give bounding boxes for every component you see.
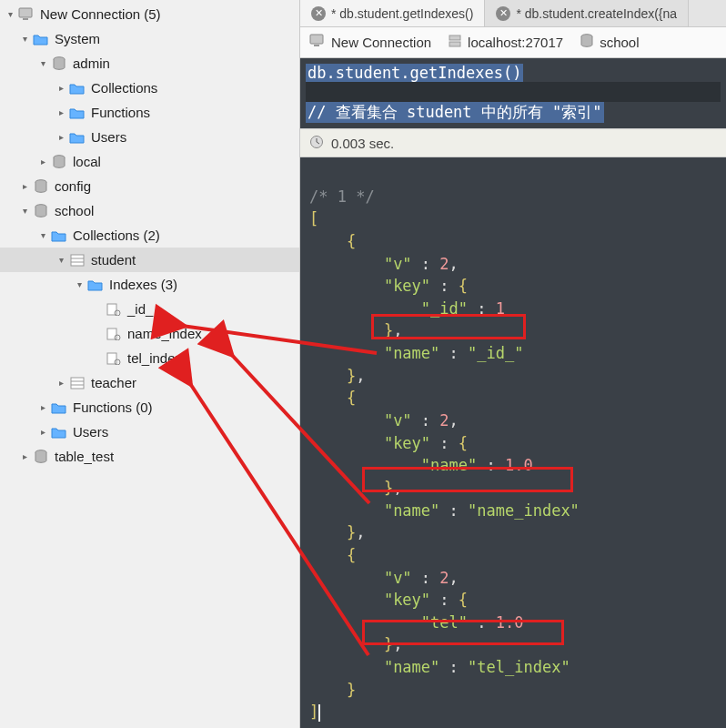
tree-school-users[interactable]: ▸ Users (0, 420, 299, 444)
tree-index-name[interactable]: name_index (0, 321, 299, 346)
result-panel[interactable]: /* 1 */ [ { "v" : 2, "key" : { "_id" : 1… (300, 157, 726, 728)
tree-teacher[interactable]: ▸ teacher (0, 370, 299, 395)
crumb-label: localhost:27017 (468, 35, 563, 50)
database-icon (33, 178, 49, 195)
crumb-label: New Connection (331, 35, 431, 50)
tree-index-tel[interactable]: tel_index (0, 346, 299, 370)
tab-getindexes[interactable]: ✕ * db.student.getIndexes() (300, 0, 485, 26)
svg-rect-21 (449, 35, 460, 40)
folder-icon (51, 228, 67, 244)
monitor-icon (18, 6, 35, 23)
close-icon[interactable]: ✕ (311, 6, 326, 21)
tree-admin-collections[interactable]: ▸ Collections (0, 76, 299, 100)
chevron-down-icon: ▾ (36, 229, 49, 242)
highlight-box (371, 314, 526, 339)
chevron-right-icon: ▸ (55, 82, 67, 95)
chevron-right-icon: ▸ (18, 180, 31, 193)
index-icon (106, 301, 122, 318)
folder-icon (51, 399, 67, 416)
tree-label: name_index (127, 326, 202, 341)
tree-admin-functions[interactable]: ▸ Functions (0, 100, 299, 125)
tree-school[interactable]: ▾ school (0, 198, 299, 223)
close-icon[interactable]: ✕ (496, 6, 510, 21)
tree-label: school (55, 203, 94, 218)
chevron-right-icon: ▸ (36, 401, 49, 414)
tree-school-functions[interactable]: ▸ Functions (0) (0, 395, 299, 420)
database-icon (33, 203, 49, 219)
folder-icon (69, 105, 86, 121)
database-icon (51, 154, 67, 170)
timing-bar: 0.003 sec. (300, 128, 726, 157)
svg-rect-6 (71, 255, 84, 266)
tree-label: config (55, 178, 91, 194)
tree-local[interactable]: ▸ local (0, 149, 299, 174)
folder-icon (33, 31, 49, 47)
tree-label: Users (91, 129, 126, 145)
code-line: // 查看集合 student 中的所有 "索引" (306, 102, 604, 123)
tree-config[interactable]: ▸ config (0, 174, 299, 198)
tree-admin[interactable]: ▾ admin (0, 51, 299, 76)
chevron-right-icon: ▸ (55, 106, 67, 119)
result-bracket: [ (309, 209, 318, 228)
tabs: ✕ * db.student.getIndexes() ✕ * db.stude… (300, 0, 726, 27)
sidebar: ▾ New Connection (5) ▾ System ▾ admin ▸ (0, 0, 300, 728)
crumb-label: school (600, 35, 639, 50)
timing-text: 0.003 sec. (331, 136, 394, 151)
crumb-host[interactable]: localhost:27017 (448, 34, 563, 51)
breadcrumb: New Connection localhost:27017 school (300, 27, 726, 58)
tab-createindex[interactable]: ✕ * db.student.createIndex({na (485, 0, 689, 26)
folder-icon (69, 129, 86, 146)
chevron-right-icon: ▸ (55, 377, 67, 389)
index-icon (106, 326, 122, 342)
crumb-db[interactable]: school (580, 34, 639, 51)
tree-label: table_test (55, 449, 114, 464)
chevron-down-icon: ▾ (4, 8, 16, 21)
svg-rect-19 (310, 35, 323, 44)
chevron-down-icon: ▾ (18, 33, 31, 46)
result-bracket: ] (309, 703, 318, 721)
tree-label: Functions (91, 105, 150, 120)
svg-rect-1 (23, 18, 28, 20)
database-icon (51, 56, 67, 72)
svg-rect-22 (449, 42, 460, 46)
tree-label: Collections (2) (73, 228, 160, 243)
table-icon (69, 252, 86, 268)
tree-label: tel_index (127, 350, 182, 366)
tree-admin-users[interactable]: ▸ Users (0, 125, 299, 149)
tree-label: _id_ (127, 301, 153, 317)
chevron-right-icon: ▸ (36, 426, 49, 439)
tree-student[interactable]: ▾ student (0, 248, 299, 272)
chevron-down-icon: ▾ (55, 254, 67, 267)
tree-school-collections[interactable]: ▾ Collections (2) (0, 223, 299, 248)
tree-tabletest[interactable]: ▸ table_test (0, 444, 299, 469)
table-icon (69, 375, 86, 391)
tree-label: New Connection (5) (40, 6, 161, 22)
tree-system[interactable]: ▾ System (0, 26, 299, 51)
folder-icon (51, 424, 67, 440)
server-icon (448, 34, 462, 51)
chevron-down-icon: ▾ (18, 205, 31, 217)
tree-label: Collections (91, 80, 157, 96)
chevron-right-icon: ▸ (18, 450, 31, 463)
monitor-icon (309, 34, 326, 51)
tree-label: teacher (91, 375, 136, 390)
crumb-connection[interactable]: New Connection (309, 34, 431, 51)
index-icon (106, 350, 122, 367)
code-line: db.student.getIndexes() (306, 64, 523, 82)
tree-label: Users (73, 424, 108, 440)
svg-rect-20 (314, 45, 319, 46)
tree-index-id[interactable]: _id_ (0, 297, 299, 321)
svg-rect-15 (71, 378, 84, 389)
tree-indexes[interactable]: ▾ Indexes (3) (0, 272, 299, 297)
tab-label: * db.student.createIndex({na (516, 6, 677, 21)
query-editor[interactable]: db.student.getIndexes() // 查看集合 student … (300, 58, 726, 128)
tab-label: * db.student.getIndexes() (331, 6, 473, 21)
tree-label: Indexes (3) (109, 277, 177, 292)
tree-label: local (73, 154, 101, 169)
tree-connection[interactable]: ▾ New Connection (5) (0, 2, 299, 26)
clock-icon (309, 135, 324, 152)
svg-rect-0 (19, 8, 32, 17)
result-comment: /* 1 */ (309, 187, 375, 206)
chevron-down-icon: ▾ (36, 57, 49, 70)
chevron-down-icon: ▾ (73, 278, 86, 291)
